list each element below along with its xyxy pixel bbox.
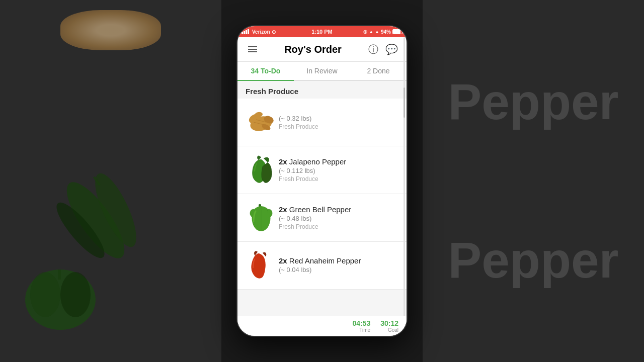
goal-label: Goal bbox=[388, 327, 398, 333]
item-name: 2x Green Bell Pepper bbox=[279, 205, 400, 214]
bottom-bar: 04:53 Time 30:12 Goal bbox=[237, 316, 407, 336]
item-info: 2x Jalapeno Pepper (~ 0.112 lbs) Fresh P… bbox=[279, 157, 400, 183]
status-right: ◎ ▲ ▲ 94% bbox=[363, 29, 403, 35]
wifi-icon: ⊙ bbox=[272, 29, 276, 35]
bell-pepper-image bbox=[244, 200, 279, 235]
item-info: 2x Red Anaheim Pepper (~ 0.04 lbs) bbox=[279, 256, 400, 275]
svg-rect-7 bbox=[58, 269, 61, 280]
anaheim-pepper-image bbox=[244, 248, 279, 283]
chat-button[interactable]: 💬 bbox=[384, 42, 398, 56]
signal-bars bbox=[242, 29, 249, 34]
menu-button[interactable] bbox=[246, 42, 260, 56]
carrier-name: Verizon bbox=[252, 29, 270, 35]
info-button[interactable]: ⓘ bbox=[366, 42, 380, 56]
item-category: Fresh Produce bbox=[279, 175, 400, 183]
section-header-produce: Fresh Produce bbox=[237, 81, 407, 99]
ginger-image bbox=[244, 105, 279, 140]
time-block: 04:53 Time bbox=[352, 319, 370, 333]
status-left: Verizon ⊙ bbox=[242, 29, 276, 35]
time-value: 04:53 bbox=[352, 319, 370, 327]
battery-percent: 94% bbox=[381, 29, 391, 35]
phone-frame: Verizon ⊙ 1:10 PM ◎ ▲ ▲ 94% Roy's Order … bbox=[236, 25, 408, 337]
item-quantity: 2x bbox=[279, 256, 287, 265]
time-info: 04:53 Time 30:12 Goal bbox=[352, 319, 398, 333]
item-quantity: 2x bbox=[279, 205, 287, 214]
list-item[interactable]: (~ 0.32 lbs) Fresh Produce bbox=[237, 99, 407, 146]
hamburger-icon bbox=[248, 46, 257, 52]
bg-right-text-container: Pepper Pepper bbox=[448, 73, 618, 289]
item-weight: (~ 0.32 lbs) bbox=[279, 115, 400, 122]
item-info: 2x Green Bell Pepper (~ 0.48 lbs) Fresh … bbox=[279, 205, 400, 230]
item-category: Fresh Produce bbox=[279, 223, 400, 230]
status-time: 1:10 PM bbox=[311, 29, 333, 35]
bg-ginger-shape bbox=[60, 10, 161, 50]
svg-point-5 bbox=[30, 272, 60, 317]
item-category: Fresh Produce bbox=[279, 123, 400, 130]
scrollbar-thumb[interactable] bbox=[404, 87, 405, 118]
item-info: (~ 0.32 lbs) Fresh Produce bbox=[279, 115, 400, 130]
background-left bbox=[0, 0, 221, 362]
bg-bell-pepper-svg bbox=[10, 254, 111, 330]
item-name: 2x Red Anaheim Pepper bbox=[279, 256, 400, 265]
jalapeno-image bbox=[244, 152, 279, 188]
status-bar: Verizon ⊙ 1:10 PM ◎ ▲ ▲ 94% bbox=[237, 26, 407, 37]
bg-right-text-top: Pepper bbox=[448, 73, 618, 131]
item-weight: (~ 0.48 lbs) bbox=[279, 215, 400, 222]
time-label: Time bbox=[359, 327, 370, 333]
location-icon: ◎ bbox=[363, 29, 367, 34]
app-header: Roy's Order ⓘ 💬 bbox=[237, 37, 407, 62]
battery-indicator bbox=[392, 29, 403, 34]
goal-block: 30:12 Goal bbox=[380, 319, 398, 333]
content-area: Fresh Produce (~ 0.32 lbs) Fresh Produce bbox=[237, 81, 407, 334]
tab-in-review[interactable]: In Review bbox=[294, 62, 350, 80]
tab-bar: 34 To-Do In Review 2 Done bbox=[237, 62, 407, 81]
background-right: Pepper Pepper bbox=[423, 0, 644, 362]
tab-todo[interactable]: 34 To-Do bbox=[237, 62, 294, 80]
svg-point-6 bbox=[60, 272, 91, 317]
tab-done[interactable]: 2 Done bbox=[350, 62, 407, 80]
item-weight: (~ 0.112 lbs) bbox=[279, 167, 400, 174]
list-item[interactable]: 2x Jalapeno Pepper (~ 0.112 lbs) Fresh P… bbox=[237, 146, 407, 194]
goal-value: 30:12 bbox=[380, 319, 398, 327]
list-item[interactable]: 2x Red Anaheim Pepper (~ 0.04 lbs) bbox=[237, 242, 407, 290]
wifi-icon2: ▲ bbox=[375, 29, 379, 34]
bg-right-text-bottom: Pepper bbox=[448, 231, 618, 289]
item-name: 2x Jalapeno Pepper bbox=[279, 157, 400, 166]
page-title: Roy's Order bbox=[260, 44, 366, 55]
item-quantity: 2x bbox=[279, 157, 287, 166]
scrollbar-track bbox=[404, 37, 405, 336]
battery-icon: ▲ bbox=[369, 29, 373, 34]
item-weight: (~ 0.04 lbs) bbox=[279, 266, 400, 274]
list-item[interactable]: 2x Green Bell Pepper (~ 0.48 lbs) Fresh … bbox=[237, 194, 407, 242]
